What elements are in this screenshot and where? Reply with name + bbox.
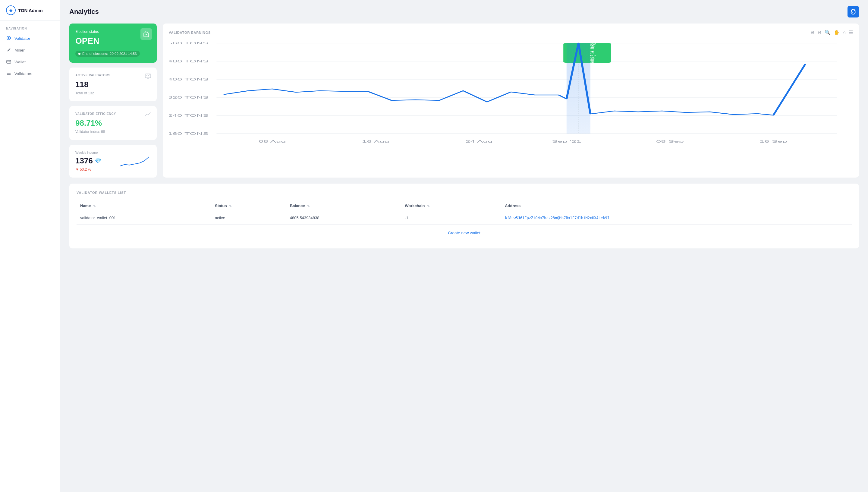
election-end-label: End of elections: xyxy=(82,52,108,55)
chart-card: VALIDATOR EARNINGS ⊕ ⊖ 🔍 ✋ ⌂ ☰ xyxy=(163,24,859,177)
election-dot xyxy=(78,53,80,55)
sort-arrows-balance: ⇅ xyxy=(307,204,309,208)
svg-text:320 TONS: 320 TONS xyxy=(169,96,209,99)
main-content: Analytics Election status OPEN End of el… xyxy=(60,0,868,492)
chart-area: 560 TONS 480 TONS 400 TONS 320 TONS 240 … xyxy=(169,40,853,155)
sidebar-item-miner[interactable]: Miner xyxy=(0,44,60,56)
svg-text:24 Aug: 24 Aug xyxy=(465,140,492,144)
chart-header: VALIDATOR EARNINGS ⊕ ⊖ 🔍 ✋ ⌂ ☰ xyxy=(169,29,853,35)
create-wallet-button[interactable]: Create new wallet xyxy=(77,225,852,241)
wallets-title: VALIDATOR WALLETS LIST xyxy=(77,191,852,194)
col-status[interactable]: Status ⇅ xyxy=(211,200,286,211)
svg-text:480 TONS: 480 TONS xyxy=(169,59,209,63)
efficiency-label: VALIDATOR EFFICIENCY xyxy=(75,112,151,116)
sidebar-item-wallet[interactable]: Wallet xyxy=(0,56,60,68)
home-icon[interactable]: ⌂ xyxy=(843,30,846,35)
svg-text:240 TONS: 240 TONS xyxy=(169,114,209,118)
validator-label: Validator xyxy=(15,36,30,41)
active-validators-sub: Total of 132 xyxy=(75,91,151,95)
svg-line-2 xyxy=(7,48,10,51)
validator-icon xyxy=(6,35,11,41)
nav-label: NAVIGATION xyxy=(0,21,60,32)
svg-text:Sep '21: Sep '21 xyxy=(552,140,581,144)
election-status: OPEN xyxy=(75,36,151,46)
miner-icon xyxy=(6,47,11,53)
wallets-table: Name ⇅ Status ⇅ Balance ⇅ Workchain ⇅ xyxy=(77,200,852,225)
svg-text:08 Aug: 08 Aug xyxy=(259,140,286,144)
wallet-label: Wallet xyxy=(15,60,26,64)
left-column: Election status OPEN End of elections: 2… xyxy=(69,24,157,177)
election-end: End of elections: 20.09.2021 14:53 xyxy=(75,51,140,57)
svg-text:16 Sep: 16 Sep xyxy=(760,140,787,144)
election-end-time: 20.09.2021 14:53 xyxy=(110,52,137,55)
monitor-icon xyxy=(145,73,151,81)
topbar: Analytics xyxy=(60,0,868,18)
weekly-sparkline xyxy=(119,152,152,170)
sort-arrows-workchain: ⇅ xyxy=(427,204,430,208)
active-validators-label: ACTIVE VALIDATORS xyxy=(75,74,151,77)
content-grid: Election status OPEN End of elections: 2… xyxy=(60,18,868,183)
efficiency-value: 98.71% xyxy=(75,119,151,128)
wallets-table-section: VALIDATOR WALLETS LIST Name ⇅ Status ⇅ B… xyxy=(69,183,859,248)
zoom-out-icon[interactable]: ⊖ xyxy=(818,29,822,35)
col-address: Address xyxy=(501,200,852,211)
wallet-address[interactable]: kf8uw5J61EpzZiONm7hcz23nQMn7BxlE7d1hiM2x… xyxy=(501,211,852,225)
table-row: validator_wallet_001 active 4805.5439348… xyxy=(77,211,852,225)
active-validators-value: 118 xyxy=(75,80,151,89)
svg-text:560 TONS: 560 TONS xyxy=(169,41,209,45)
validator-efficiency-card: VALIDATOR EFFICIENCY 98.71% Validator in… xyxy=(69,106,157,140)
page-title: Analytics xyxy=(69,8,99,16)
search-icon[interactable]: 🔍 xyxy=(825,29,831,35)
validators-label: Validators xyxy=(15,71,32,76)
sidebar-item-validators[interactable]: Validators xyxy=(0,68,60,80)
logo: ◈ TON Admin xyxy=(0,0,60,21)
pan-icon[interactable]: ✋ xyxy=(834,29,840,35)
wallet-balance: 4805.543934838 xyxy=(286,211,401,225)
election-icon xyxy=(141,28,152,40)
election-label: Election status xyxy=(75,29,151,34)
miner-label: Miner xyxy=(15,48,25,52)
col-name[interactable]: Name ⇅ xyxy=(77,200,211,211)
svg-rect-4 xyxy=(7,60,11,63)
sidebar: ◈ TON Admin NAVIGATION Validator Miner W… xyxy=(0,0,60,492)
chart-controls: ⊕ ⊖ 🔍 ✋ ⌂ ☰ xyxy=(811,29,853,35)
col-workchain[interactable]: Workchain ⇅ xyxy=(401,200,501,211)
election-card: Election status OPEN End of elections: 2… xyxy=(69,24,157,63)
sidebar-item-validator[interactable]: Validator xyxy=(0,32,60,44)
svg-text:160 TONS: 160 TONS xyxy=(169,132,209,136)
col-balance[interactable]: Balance ⇅ xyxy=(286,200,401,211)
diamond-icon: 💎 xyxy=(95,158,101,164)
svg-text:400 TONS: 400 TONS xyxy=(169,77,209,81)
logo-icon: ◈ xyxy=(6,5,16,15)
trend-icon xyxy=(145,112,151,119)
chart-title: VALIDATOR EARNINGS xyxy=(169,31,211,34)
wallet-status: active xyxy=(211,211,286,225)
wallet-name: validator_wallet_001 xyxy=(77,211,211,225)
active-validators-card: ACTIVE VALIDATORS 118 Total of 132 xyxy=(69,68,157,101)
svg-text:08 Sep: 08 Sep xyxy=(656,140,684,144)
app-title: TON Admin xyxy=(18,8,43,13)
svg-point-10 xyxy=(146,34,147,35)
svg-rect-5 xyxy=(9,62,10,63)
sort-arrows-name: ⇅ xyxy=(93,204,96,208)
wallet-icon xyxy=(6,59,11,65)
efficiency-sub: Validator index: 98 xyxy=(75,130,151,134)
refresh-button[interactable] xyxy=(847,6,859,18)
sort-arrows-status: ⇅ xyxy=(229,204,231,208)
zoom-in-icon[interactable]: ⊕ xyxy=(811,29,815,35)
svg-point-1 xyxy=(8,38,10,39)
down-arrow-icon: ▼ xyxy=(75,167,79,172)
svg-text:16 Aug: 16 Aug xyxy=(362,140,389,144)
menu-icon[interactable]: ☰ xyxy=(849,29,853,35)
weekly-income-card: Weekly income 1376 💎 ▼ 50.2 % xyxy=(69,145,157,177)
wallet-workchain: -1 xyxy=(401,211,501,225)
validators-icon xyxy=(6,71,11,77)
